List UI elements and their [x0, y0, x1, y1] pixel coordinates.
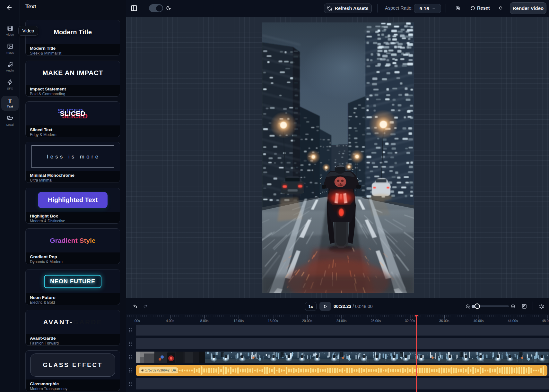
svg-text:16.00s: 16.00s [268, 319, 278, 323]
svg-text:48.00s: 48.00s [542, 319, 549, 323]
svg-text:32.00s: 32.00s [405, 319, 415, 323]
svg-text:36.00s: 36.00s [439, 319, 449, 323]
svg-text:24.00s: 24.00s [336, 319, 347, 323]
svg-text:20.00s: 20.00s [302, 319, 312, 323]
svg-text:44.00s: 44.00s [508, 319, 518, 323]
svg-text:40.00s: 40.00s [474, 319, 484, 323]
svg-text:28.00s: 28.00s [370, 319, 381, 323]
svg-text:12.00s: 12.00s [233, 319, 244, 323]
svg-text:1757827536642_DR...: 1757827536642_DR... [145, 369, 179, 372]
svg-text:8.00s: 8.00s [200, 319, 209, 323]
svg-text:4.00s: 4.00s [166, 319, 174, 323]
